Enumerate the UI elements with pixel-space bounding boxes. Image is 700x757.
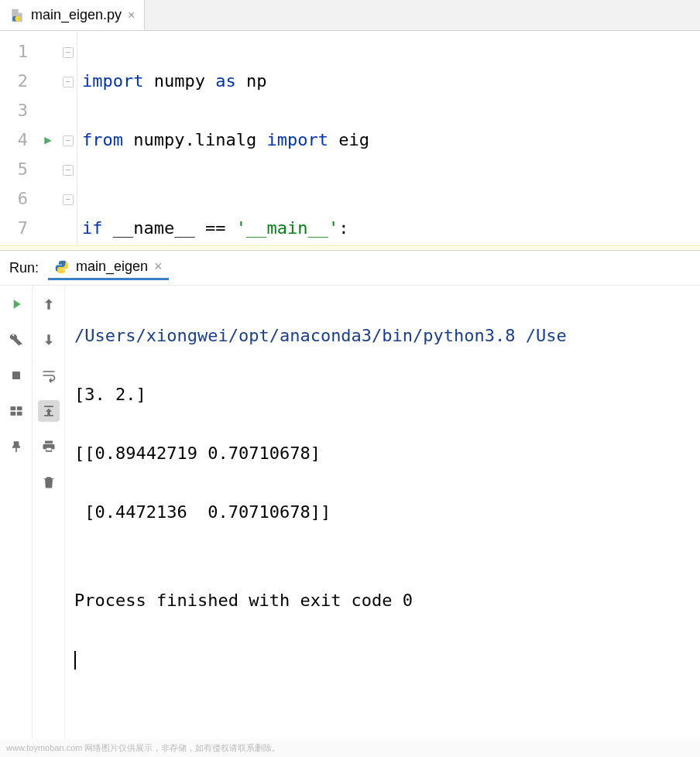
line-number: 1 [0,37,28,67]
run-tool-window: Run: main_eigen × [0,250,700,739]
layout-icon[interactable] [5,400,27,422]
interpreter-path: /Users/xiongwei/opt/anaconda3/bin/python… [74,326,567,345]
fold-gutter: − − − − − − [59,31,77,245]
down-arrow-icon[interactable] [38,329,60,351]
svg-rect-2 [12,372,20,379]
code-content[interactable]: import numpy as np from numpy.linalg imp… [77,31,700,245]
line-number: 4 [0,125,28,155]
cursor [74,651,76,670]
python-icon [54,259,70,275]
up-arrow-icon[interactable] [38,293,60,315]
print-icon[interactable] [38,436,60,457]
line-number: 6 [0,184,28,214]
output-line: [[0.89442719 0.70710678] [74,439,691,468]
fold-icon[interactable]: − [63,77,74,87]
console-output[interactable]: /Users/xiongwei/opt/anaconda3/bin/python… [65,286,700,739]
trash-icon[interactable] [38,471,60,493]
svg-rect-4 [16,406,22,410]
editor-tab-bar: main_eigen.py × [0,0,700,31]
tab-filename: main_eigen.py [31,7,122,23]
output-line: [3. 2.] [74,380,691,409]
run-toolbar-primary [0,286,33,739]
rerun-button[interactable] [5,293,27,315]
output-line: Process finished with exit code 0 [74,586,691,615]
svg-point-1 [15,15,21,21]
line-number-gutter: 1 2 3 4 5 6 7 8 9 10 11 [0,31,37,245]
fold-icon[interactable]: − [63,135,74,146]
line-number: 2 [0,67,28,96]
editor-tab[interactable]: main_eigen.py × [0,0,145,30]
soft-wrap-icon[interactable] [38,365,60,386]
svg-rect-3 [10,406,15,410]
fold-icon[interactable]: − [63,165,74,176]
fold-icon[interactable]: − [63,47,74,58]
close-icon[interactable]: × [128,9,135,22]
run-toolbar-secondary [33,286,65,739]
svg-rect-5 [10,412,15,416]
stop-button[interactable] [5,365,27,386]
run-tab-name: main_eigen [76,259,148,275]
line-number: 5 [0,155,28,184]
close-icon[interactable]: × [154,259,163,275]
python-file-icon [9,8,25,23]
line-number: 3 [0,96,28,125]
run-gutter: ▶ [37,31,59,245]
line-number: 7 [0,214,28,243]
output-line: [0.4472136 0.70710678]] [74,498,691,527]
run-panel-title: Run: [9,260,39,276]
run-line-icon[interactable]: ▶ [37,125,59,155]
wrench-icon[interactable] [5,329,27,351]
footer-watermark: www.toymoban.com 网络图片仅供展示，非存储，如有侵权请联系删除。 [0,739,700,757]
pin-icon[interactable] [5,436,27,457]
svg-rect-6 [16,412,22,416]
run-panel-header: Run: main_eigen × [0,251,700,286]
scroll-to-end-icon[interactable] [38,400,60,422]
code-editor[interactable]: 1 2 3 4 5 6 7 8 9 10 11 ▶ − − − − − − im… [0,31,700,245]
fold-icon[interactable]: − [63,194,74,205]
run-config-tab[interactable]: main_eigen × [48,255,169,280]
